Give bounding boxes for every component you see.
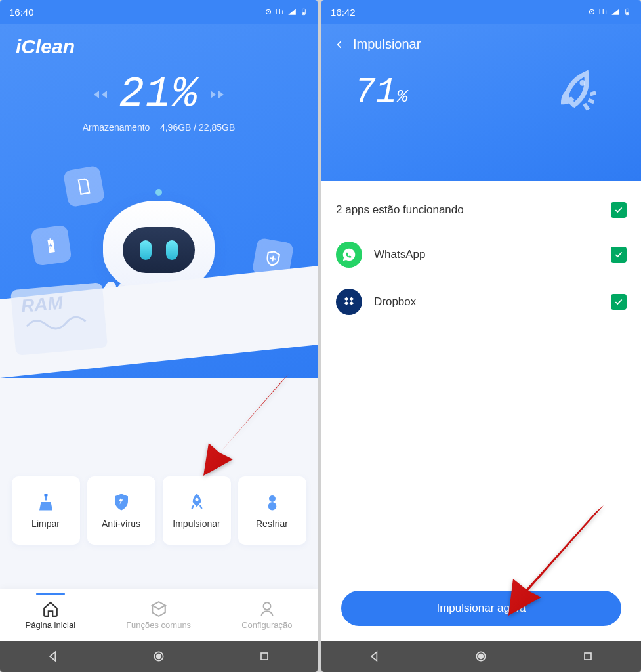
phone-right: 16:42 H+ Impulsionar 71% 2 apps estão fu… [321, 0, 641, 672]
shield-icon [112, 492, 131, 512]
cube-icon [150, 600, 167, 618]
phone-left: 16:40 H+ iClean 21% Armazenamento 4,96GB… [0, 0, 318, 672]
svg-rect-11 [261, 653, 268, 660]
tile-antivirus[interactable]: Anti-vírus [87, 476, 155, 545]
svg-point-6 [269, 495, 276, 502]
chevrons-right-icon[interactable] [211, 91, 224, 98]
float-card-battery [30, 224, 72, 266]
boost-percent-row: 71% [321, 52, 641, 116]
cast-icon [587, 7, 596, 16]
cast-icon [264, 7, 273, 16]
app-title: iClean [0, 24, 318, 58]
svg-point-7 [268, 502, 276, 511]
status-signal: H+ [599, 8, 608, 16]
status-bar: 16:40 H+ [0, 0, 318, 24]
ram-card: RAM [10, 282, 108, 356]
svg-rect-4 [44, 494, 47, 497]
list-header: 2 apps estão funcionando [336, 197, 627, 231]
battery-icon [299, 7, 308, 16]
back-row[interactable]: Impulsionar [321, 24, 641, 52]
signal-icon [287, 7, 297, 16]
tile-label: Resfriar [256, 518, 288, 529]
storage-details: Armazenamento 4,96GB / 22,85GB [0, 122, 318, 133]
android-nav-bar [321, 640, 641, 672]
storage-percent: 21% [119, 71, 198, 118]
home-icon [42, 600, 59, 618]
profile-icon [258, 600, 276, 618]
status-indicators: H+ [587, 7, 632, 16]
boost-header: Impulsionar 71% [321, 24, 641, 181]
boost-percent: 71% [354, 72, 408, 112]
broom-icon [36, 492, 56, 512]
svg-point-16 [579, 80, 585, 86]
tile-label: Limpar [31, 518, 60, 529]
svg-point-1 [267, 11, 268, 12]
tab-settings[interactable]: Configuração [241, 600, 292, 630]
running-apps-list: 2 apps estão funcionando WhatsApp Dropbo… [321, 181, 641, 341]
battery-icon [623, 7, 632, 16]
rocket-icon [187, 492, 207, 512]
nav-home-icon[interactable] [152, 650, 165, 663]
chevron-left-icon[interactable] [335, 38, 344, 51]
boost-button-label: Impulsionar agora [436, 602, 526, 615]
nav-back-icon[interactable] [47, 650, 60, 663]
status-indicators: H+ [264, 7, 308, 16]
app-name: WhatsApp [374, 248, 425, 261]
status-signal: H+ [276, 8, 285, 16]
svg-rect-19 [585, 653, 591, 660]
select-all-checkbox[interactable] [611, 202, 627, 218]
tile-boost[interactable]: Impulsionar [163, 476, 231, 545]
chevrons-left-icon[interactable] [94, 91, 107, 98]
svg-point-13 [590, 11, 592, 12]
tab-functions[interactable]: Funções comuns [126, 600, 191, 630]
tile-cool[interactable]: Resfriar [238, 476, 306, 545]
android-nav-bar [0, 640, 318, 672]
svg-point-8 [263, 602, 270, 610]
app-name: Dropbox [374, 295, 416, 308]
app-checkbox[interactable] [611, 294, 627, 310]
nav-recent-icon[interactable] [581, 650, 594, 663]
action-tiles: Limpar Anti-vírus Impulsionar Resfriar [0, 476, 318, 545]
tile-label: Anti-vírus [102, 518, 140, 529]
svg-point-10 [157, 654, 161, 659]
storage-percent-row: 21% [0, 71, 318, 118]
tile-label: Impulsionar [173, 518, 220, 529]
app-row-dropbox[interactable]: Dropbox [336, 278, 627, 326]
rocket-icon [556, 68, 602, 116]
main-header: iClean 21% Armazenamento 4,96GB / 22,85G… [0, 24, 318, 378]
storage-total: 22,85GB [199, 122, 235, 133]
tab-label: Página inicial [26, 620, 76, 630]
nav-recent-icon[interactable] [258, 650, 271, 663]
signal-icon [611, 7, 620, 16]
nav-home-icon[interactable] [474, 650, 487, 663]
list-header-text: 2 apps estão funcionando [336, 203, 464, 217]
bottom-tabs: Página inicial Funções comuns Configuraç… [0, 589, 318, 640]
nav-back-icon[interactable] [368, 650, 381, 663]
storage-sep: / [194, 122, 196, 133]
whatsapp-icon [336, 242, 362, 268]
svg-point-5 [195, 498, 198, 501]
app-row-whatsapp[interactable]: WhatsApp [336, 231, 627, 278]
dropbox-icon [336, 289, 362, 315]
app-checkbox[interactable] [611, 247, 627, 262]
status-bar: 16:42 H+ [321, 0, 641, 24]
boost-now-button[interactable]: Impulsionar agora [341, 591, 621, 626]
snowman-icon [262, 492, 282, 512]
status-time: 16:40 [9, 7, 34, 18]
storage-label: Armazenamento [83, 122, 150, 133]
status-time: 16:42 [331, 7, 356, 18]
tab-label: Configuração [241, 620, 292, 630]
page-title: Impulsionar [353, 37, 421, 52]
svg-rect-15 [626, 12, 629, 14]
svg-rect-3 [302, 12, 305, 14]
robot-scene: RAM [0, 155, 318, 378]
tile-clean[interactable]: Limpar [12, 476, 80, 545]
svg-point-18 [479, 654, 484, 659]
tab-label: Funções comuns [126, 620, 191, 630]
storage-used: 4,96GB [160, 122, 191, 133]
tab-home[interactable]: Página inicial [26, 600, 76, 630]
